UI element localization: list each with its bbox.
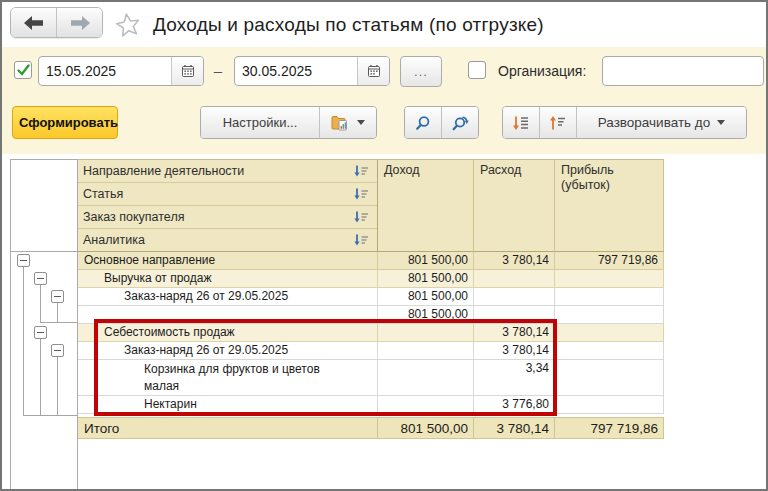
column-header-income: Доход <box>378 160 474 252</box>
table-header: Направление деятельности Статья Заказ по… <box>78 159 664 252</box>
organization-field[interactable] <box>602 56 764 86</box>
column-header-expense: Расход <box>474 160 555 252</box>
dropdown-caret-icon <box>717 120 725 125</box>
table-row[interactable]: Основное направление 801 500,00 3 780,14… <box>78 252 664 270</box>
calendar-icon <box>181 64 195 78</box>
title-bar: Доходы и расходы по статьям (по отгрузке… <box>2 2 766 47</box>
period-more-button[interactable]: ... <box>400 56 442 87</box>
report-area: Направление деятельности Статья Заказ по… <box>2 154 766 489</box>
generate-button[interactable]: Сформировать <box>12 106 118 139</box>
nav-button-group <box>10 7 103 38</box>
collapse-groups-button[interactable] <box>503 107 539 138</box>
calendar-icon <box>367 64 381 78</box>
tree-line <box>40 285 41 323</box>
tree-line <box>23 415 78 416</box>
back-button[interactable] <box>11 8 56 37</box>
expand-to-label: Разворачивать до <box>598 115 711 130</box>
collapse-group-button[interactable] <box>34 326 47 339</box>
table-row[interactable]: Выручка от продаж 801 500,00 <box>78 270 664 288</box>
date-from-value: 15.05.2025 <box>39 63 171 79</box>
settings-button[interactable]: Настройки... <box>201 107 319 138</box>
gutter-top-line <box>10 159 78 160</box>
collapse-group-button[interactable] <box>51 344 64 357</box>
sort-icon <box>354 211 369 223</box>
date-from-field[interactable]: 15.05.2025 <box>38 56 204 86</box>
report-window: Доходы и расходы по статьям (по отгрузке… <box>0 0 768 491</box>
collapse-group-button[interactable] <box>34 272 47 285</box>
table-row[interactable]: Себестоимость продаж 3 780,14 <box>78 324 664 342</box>
search-refresh-icon <box>452 115 469 131</box>
group-field-direction[interactable]: Направление деятельности <box>78 160 377 183</box>
checkmark-icon <box>17 64 30 76</box>
group-field-analytics[interactable]: Аналитика <box>78 229 377 252</box>
forward-arrow-icon <box>70 16 90 30</box>
table-row[interactable]: Корзинка для фруктов и цветов малая 3,34 <box>78 360 664 396</box>
column-header-profit: Прибыль (убыток) <box>555 160 664 252</box>
search-button[interactable] <box>405 107 441 138</box>
report-table: Направление деятельности Статья Заказ по… <box>78 159 664 439</box>
sort-icon <box>354 234 369 246</box>
report-variant-icon <box>331 114 350 131</box>
table-row[interactable]: Заказ-наряд 26 от 29.05.2025 3 780,14 <box>78 342 664 360</box>
table-row[interactable]: Нектарин 3 776,80 <box>78 396 664 414</box>
tree-line <box>40 322 78 323</box>
organization-checkbox[interactable] <box>468 61 486 79</box>
forward-button[interactable] <box>56 8 102 37</box>
sort-ascending-icon <box>549 115 567 131</box>
favorite-star-icon[interactable] <box>114 11 142 39</box>
collapse-group-button[interactable] <box>17 254 30 267</box>
expand-groups-button[interactable] <box>539 107 576 138</box>
sort-descending-icon <box>512 115 530 131</box>
gutter-header-line <box>10 251 78 252</box>
collapse-group-button[interactable] <box>51 290 64 303</box>
search-next-button[interactable] <box>441 107 478 138</box>
organization-label: Организация: <box>498 56 586 87</box>
sort-icon <box>354 188 369 200</box>
date-from-calendar-button[interactable] <box>171 57 203 85</box>
tree-line <box>40 339 41 415</box>
search-icon <box>415 115 431 131</box>
table-row[interactable]: Заказ-наряд 26 от 29.05.2025 801 500,00 <box>78 288 664 306</box>
period-checkbox[interactable] <box>14 61 32 79</box>
date-to-field[interactable]: 30.05.2025 <box>234 56 390 86</box>
date-to-value: 30.05.2025 <box>235 63 357 79</box>
tree-line <box>57 357 58 415</box>
table-row[interactable]: 801 500,00 <box>78 306 664 324</box>
group-field-article[interactable]: Статья <box>78 183 377 206</box>
settings-panel: 15.05.2025 – 30.05.2025 <box>2 47 766 155</box>
total-row[interactable]: Итого 801 500,00 3 780,14 797 719,86 <box>78 417 664 439</box>
report-variants-button[interactable] <box>319 107 376 138</box>
expand-to-button[interactable]: Разворачивать до <box>576 107 746 138</box>
group-field-customer-order[interactable]: Заказ покупателя <box>78 206 377 229</box>
tree-line <box>23 267 24 415</box>
tree-gutter <box>10 159 78 489</box>
expand-button-group: Разворачивать до <box>502 106 747 139</box>
tree-line <box>57 303 58 323</box>
page-title: Доходы и расходы по статьям (по отгрузке… <box>153 2 544 47</box>
search-button-group <box>404 106 479 139</box>
sort-icon <box>354 165 369 177</box>
date-to-calendar-button[interactable] <box>357 57 389 85</box>
date-range-dash: – <box>206 62 230 79</box>
back-arrow-icon <box>24 16 44 30</box>
settings-button-group: Настройки... <box>200 106 377 139</box>
dropdown-caret-icon <box>357 120 365 125</box>
